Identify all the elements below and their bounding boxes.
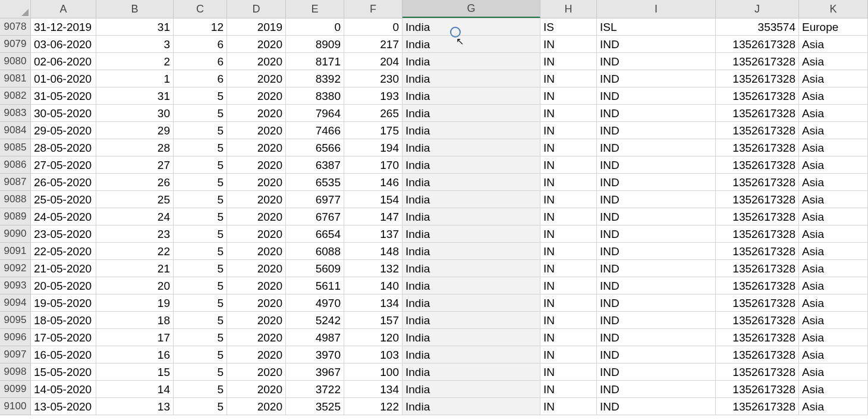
cell[interactable]: Asia bbox=[799, 260, 868, 277]
column-header-D[interactable]: D bbox=[227, 0, 286, 18]
row-header[interactable]: 9080 bbox=[0, 53, 31, 70]
cell[interactable]: India bbox=[402, 53, 540, 70]
cell[interactable]: IND bbox=[597, 174, 716, 191]
cell[interactable]: IND bbox=[597, 225, 716, 243]
cell[interactable]: 2020 bbox=[227, 87, 286, 105]
cell[interactable]: IND bbox=[597, 277, 716, 294]
cell[interactable]: 1352617328 bbox=[716, 191, 799, 208]
cell[interactable]: Asia bbox=[799, 398, 868, 415]
cell[interactable]: 6 bbox=[174, 53, 227, 70]
row-header[interactable]: 9088 bbox=[0, 191, 31, 208]
cell[interactable]: 120 bbox=[344, 329, 402, 346]
cell[interactable]: 5 bbox=[174, 312, 227, 329]
cell[interactable]: IN bbox=[540, 70, 597, 87]
cell[interactable]: Asia bbox=[799, 53, 868, 70]
cell[interactable]: 14-05-2020 bbox=[31, 381, 96, 398]
cell[interactable]: 5 bbox=[174, 243, 227, 260]
cell[interactable]: 6088 bbox=[286, 243, 344, 260]
cell[interactable]: 5 bbox=[174, 122, 227, 139]
cell[interactable]: India bbox=[402, 294, 540, 312]
cell[interactable]: 1352617328 bbox=[716, 243, 799, 260]
cell[interactable]: IND bbox=[597, 87, 716, 105]
cell[interactable]: IND bbox=[597, 139, 716, 156]
row-header[interactable]: 9083 bbox=[0, 105, 31, 122]
cell[interactable]: 5 bbox=[174, 105, 227, 122]
cell[interactable]: 5 bbox=[174, 139, 227, 156]
cell[interactable]: 1352617328 bbox=[716, 36, 799, 53]
cell[interactable]: IN bbox=[540, 122, 597, 139]
cell[interactable]: 16 bbox=[96, 346, 174, 363]
cell[interactable]: 134 bbox=[344, 294, 402, 312]
cell[interactable]: 1352617328 bbox=[716, 312, 799, 329]
cell[interactable]: 5 bbox=[174, 363, 227, 381]
row-header[interactable]: 9093 bbox=[0, 277, 31, 294]
cell[interactable]: India bbox=[402, 122, 540, 139]
cell[interactable]: 2020 bbox=[227, 225, 286, 243]
cell[interactable]: India bbox=[402, 243, 540, 260]
cell[interactable]: 1352617328 bbox=[716, 294, 799, 312]
cell[interactable]: 5 bbox=[174, 294, 227, 312]
cell[interactable]: 27-05-2020 bbox=[31, 156, 96, 174]
cell[interactable]: 21 bbox=[96, 260, 174, 277]
cell[interactable]: IND bbox=[597, 243, 716, 260]
cell[interactable]: 2 bbox=[96, 53, 174, 70]
cell[interactable]: 27 bbox=[96, 156, 174, 174]
cell[interactable]: 1 bbox=[96, 70, 174, 87]
cell[interactable]: 175 bbox=[344, 122, 402, 139]
cell[interactable]: 2020 bbox=[227, 139, 286, 156]
cell[interactable]: 5 bbox=[174, 329, 227, 346]
cell[interactable]: 02-06-2020 bbox=[31, 53, 96, 70]
cell[interactable]: 3 bbox=[96, 36, 174, 53]
cell[interactable]: 2020 bbox=[227, 260, 286, 277]
cell[interactable]: 28 bbox=[96, 139, 174, 156]
row-header[interactable]: 9098 bbox=[0, 363, 31, 381]
cell[interactable]: 6535 bbox=[286, 174, 344, 191]
select-all-corner[interactable] bbox=[0, 0, 31, 18]
row-header[interactable]: 9084 bbox=[0, 122, 31, 139]
cell[interactable]: 2020 bbox=[227, 363, 286, 381]
row-header[interactable]: 9090 bbox=[0, 225, 31, 243]
column-header-G[interactable]: G bbox=[402, 0, 540, 18]
cell[interactable]: 2020 bbox=[227, 122, 286, 139]
cell[interactable]: India bbox=[402, 398, 540, 415]
column-header-C[interactable]: C bbox=[174, 0, 227, 18]
cell[interactable]: 7964 bbox=[286, 105, 344, 122]
cell[interactable]: IND bbox=[597, 53, 716, 70]
cell[interactable]: India bbox=[402, 346, 540, 363]
cell[interactable]: 8171 bbox=[286, 53, 344, 70]
cell[interactable]: 3967 bbox=[286, 363, 344, 381]
cell[interactable]: IN bbox=[540, 156, 597, 174]
cell[interactable]: India bbox=[402, 277, 540, 294]
cell[interactable]: 21-05-2020 bbox=[31, 260, 96, 277]
cell[interactable]: Asia bbox=[799, 243, 868, 260]
cell[interactable]: 20-05-2020 bbox=[31, 277, 96, 294]
cell[interactable]: 28-05-2020 bbox=[31, 139, 96, 156]
cell[interactable]: 2020 bbox=[227, 277, 286, 294]
cell[interactable]: 1352617328 bbox=[716, 174, 799, 191]
cell[interactable]: India bbox=[402, 208, 540, 225]
cell[interactable]: IS bbox=[540, 18, 597, 36]
cell[interactable]: 17 bbox=[96, 329, 174, 346]
cell[interactable]: IND bbox=[597, 381, 716, 398]
spreadsheet-grid[interactable]: ABCDEFGHIJK 907831-12-20193112201900Indi… bbox=[0, 0, 868, 420]
column-header-K[interactable]: K bbox=[799, 0, 868, 18]
cell[interactable]: 0 bbox=[286, 18, 344, 36]
column-header-J[interactable]: J bbox=[716, 0, 799, 18]
cell[interactable]: 353574 bbox=[716, 18, 799, 36]
cell[interactable]: 2020 bbox=[227, 208, 286, 225]
cell[interactable]: IN bbox=[540, 329, 597, 346]
cell[interactable]: 24-05-2020 bbox=[31, 208, 96, 225]
cell[interactable]: 217 bbox=[344, 36, 402, 53]
cell[interactable]: 3970 bbox=[286, 346, 344, 363]
cell[interactable]: IND bbox=[597, 260, 716, 277]
cell[interactable]: 1352617328 bbox=[716, 208, 799, 225]
cell[interactable]: 6387 bbox=[286, 156, 344, 174]
cell[interactable]: India bbox=[402, 260, 540, 277]
cell[interactable]: 30 bbox=[96, 105, 174, 122]
cell[interactable]: 15-05-2020 bbox=[31, 363, 96, 381]
cell[interactable]: IN bbox=[540, 191, 597, 208]
cell[interactable]: Asia bbox=[799, 70, 868, 87]
cell[interactable]: 265 bbox=[344, 105, 402, 122]
cell[interactable]: 2020 bbox=[227, 398, 286, 415]
cell[interactable]: India bbox=[402, 139, 540, 156]
